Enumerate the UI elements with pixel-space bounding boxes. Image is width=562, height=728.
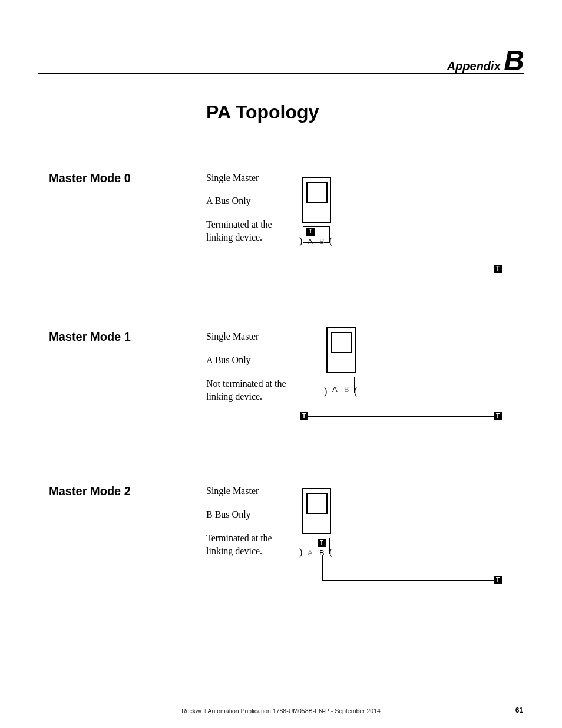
appendix-word: Appendix: [447, 60, 501, 73]
port-b-label: B: [344, 386, 349, 393]
appendix-letter: B: [504, 45, 524, 76]
port-b-label: B: [319, 238, 325, 245]
desc-mode-1-2: A Bus Only: [206, 354, 295, 367]
desc-mode-2-3: Terminated at the linking device.: [206, 532, 295, 557]
desc-mode-2-1: Single Master: [206, 485, 295, 498]
diagram-mode-0: ) ( A B T T: [300, 177, 513, 289]
diagram-mode-2: ) ( A B T T: [300, 488, 513, 600]
desc-mode-0-3: Terminated at the linking device.: [206, 218, 295, 243]
heading-mode-1: Master Mode 1: [49, 330, 131, 344]
port-a-label: A: [332, 386, 338, 393]
terminator-icon: T: [318, 539, 326, 547]
heading-mode-2: Master Mode 2: [49, 485, 131, 498]
desc-mode-1-1: Single Master: [206, 330, 295, 343]
heading-mode-0: Master Mode 0: [49, 172, 131, 185]
desc-mode-0-2: A Bus Only: [206, 195, 295, 207]
footer-page-number: 61: [515, 706, 523, 714]
desc-mode-0-1: Single Master: [206, 172, 295, 185]
footer-publication: Rockwell Automation Publication 1788-UM0…: [0, 707, 562, 714]
page-title: PA Topology: [206, 101, 319, 123]
appendix-label: Appendix B: [447, 44, 524, 77]
port-a-label: A: [308, 549, 313, 556]
terminator-icon: T: [494, 265, 502, 273]
terminator-icon: T: [494, 576, 502, 584]
terminator-icon: T: [494, 412, 502, 420]
desc-mode-1-3: Not terminated at the linking device.: [206, 377, 295, 403]
desc-mode-2-2: B Bus Only: [206, 508, 295, 521]
terminator-icon: T: [306, 228, 315, 236]
diagram-mode-1: ) ( A B T T: [300, 327, 513, 439]
terminator-icon: T: [300, 412, 308, 420]
header-rule: [38, 73, 524, 74]
